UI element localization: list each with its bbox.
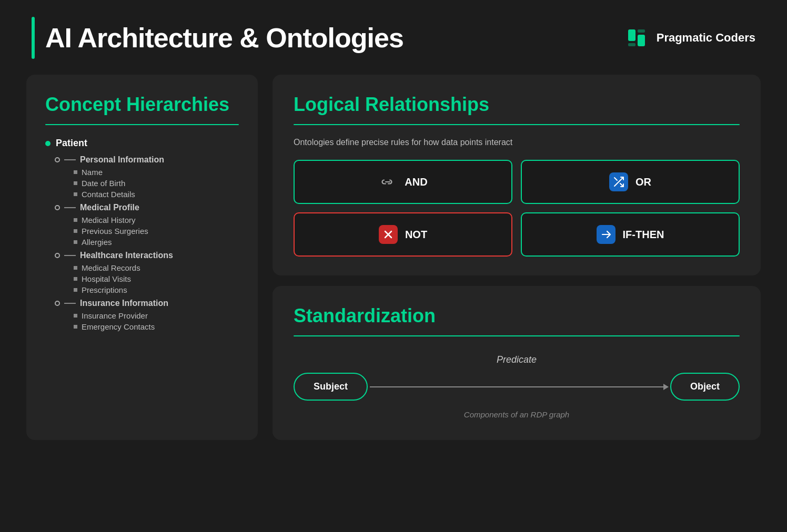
main-content: Concept Hierarchies Patient Personal Inf… (0, 69, 787, 456)
svg-rect-3 (638, 29, 645, 33)
concept-hierarchies-panel: Concept Hierarchies Patient Personal Inf… (26, 75, 258, 440)
square-bullet (74, 170, 77, 174)
page: AI Architecture & Ontologies Pragmatic C… (0, 0, 787, 532)
right-panel: Logical Relationships Ontologies define … (273, 75, 761, 440)
circle-open-healthcare (55, 253, 60, 258)
circle-open-personal (55, 157, 60, 162)
divider-std (294, 335, 740, 336)
logical-relationships-panel: Logical Relationships Ontologies define … (273, 75, 761, 275)
standardization-panel: Standardization Predicate Subject Object… (273, 286, 761, 440)
chain-icon (378, 172, 397, 191)
square-bullet (74, 325, 77, 329)
list-item: Previous Surgeries (74, 227, 239, 236)
list-item: Allergies (74, 238, 239, 247)
tree-items-insurance: Insurance Provider Emergency Contacts (74, 311, 239, 331)
dash-insurance (64, 303, 76, 304)
tree-items-personal: Name Date of Birth Contact Details (74, 168, 239, 199)
square-bullet (74, 181, 77, 185)
square-bullet (74, 266, 77, 270)
list-item: Hospital Visits (74, 274, 239, 283)
list-item: Insurance Provider (74, 311, 239, 320)
list-item: Name (74, 168, 239, 177)
circle-open-insurance (55, 301, 60, 306)
list-item: Emergency Contacts (74, 322, 239, 331)
logo-area: Pragmatic Coders (624, 25, 755, 50)
green-bar-accent (32, 17, 35, 59)
section-header-medical-profile: Medical Profile (55, 203, 239, 212)
root-label: Patient (56, 138, 87, 149)
section-label-healthcare: Healthcare Interactions (80, 251, 173, 260)
logical-subtitle: Ontologies define precise rules for how … (294, 138, 740, 147)
subject-box: Subject (294, 373, 368, 401)
rdp-note: Components of an RDP graph (464, 410, 569, 419)
section-label-insurance: Insurance Information (80, 299, 168, 308)
list-item: Medical Records (74, 263, 239, 272)
section-header-healthcare: Healthcare Interactions (55, 251, 239, 260)
dash-personal (64, 159, 76, 160)
svg-rect-1 (638, 35, 645, 46)
standardization-title: Standardization (294, 305, 740, 327)
or-label: OR (635, 176, 651, 188)
predicate-label: Predicate (497, 354, 537, 365)
arrow-right-icon (597, 225, 616, 244)
section-header-insurance: Insurance Information (55, 299, 239, 308)
not-button[interactable]: NOT (294, 212, 512, 257)
circle-open-medical (55, 205, 60, 210)
std-row: Subject Object (294, 373, 740, 401)
square-bullet (74, 229, 77, 233)
header-title-area: AI Architecture & Ontologies (32, 17, 403, 59)
square-bullet (74, 218, 77, 222)
tree-items-healthcare: Medical Records Hospital Visits Prescrip… (74, 263, 239, 294)
section-label-personal: Personal Information (80, 155, 164, 165)
object-box: Object (670, 373, 740, 401)
shuffle-icon (609, 172, 628, 191)
root-dot (45, 141, 51, 146)
std-diagram: Predicate Subject Object Components of a… (294, 349, 740, 419)
square-bullet (74, 288, 77, 292)
header: AI Architecture & Ontologies Pragmatic C… (0, 0, 787, 69)
section-header-personal: Personal Information (55, 155, 239, 165)
logic-grid: AND OR (294, 160, 740, 257)
not-label: NOT (405, 229, 427, 241)
or-button[interactable]: OR (521, 160, 740, 204)
pragmatic-coders-logo-icon (624, 25, 649, 50)
page-title: AI Architecture & Ontologies (45, 22, 403, 54)
and-button[interactable]: AND (294, 160, 512, 204)
svg-rect-0 (628, 29, 635, 41)
concept-hierarchies-title: Concept Hierarchies (45, 94, 239, 116)
svg-rect-2 (628, 43, 635, 46)
logical-relationships-title: Logical Relationships (294, 94, 740, 116)
section-label-medical-profile: Medical Profile (80, 203, 139, 212)
list-item: Medical History (74, 216, 239, 224)
divider-concept (45, 124, 239, 125)
square-bullet (74, 240, 77, 244)
divider-logical (294, 124, 740, 125)
and-label: AND (405, 176, 427, 188)
square-bullet (74, 277, 77, 281)
list-item: Date of Birth (74, 179, 239, 188)
tree-section-insurance: Insurance Information Insurance Provider… (55, 299, 239, 331)
square-bullet (74, 314, 77, 318)
dash-medical (64, 207, 76, 208)
logo-text: Pragmatic Coders (657, 31, 755, 45)
if-then-label: IF-THEN (623, 229, 664, 241)
x-icon (379, 225, 398, 244)
tree-section-healthcare: Healthcare Interactions Medical Records … (55, 251, 239, 294)
arrow-line (370, 386, 668, 387)
dash-healthcare (64, 255, 76, 256)
square-bullet (74, 192, 77, 196)
list-item: Prescriptions (74, 285, 239, 294)
tree-items-medical-profile: Medical History Previous Surgeries Aller… (74, 216, 239, 247)
tree-section-medical-profile: Medical Profile Medical History Previous… (55, 203, 239, 247)
list-item: Contact Details (74, 190, 239, 199)
tree-section-personal: Personal Information Name Date of Birth … (55, 155, 239, 199)
tree-root-patient: Patient (45, 138, 239, 149)
if-then-button[interactable]: IF-THEN (521, 212, 740, 257)
